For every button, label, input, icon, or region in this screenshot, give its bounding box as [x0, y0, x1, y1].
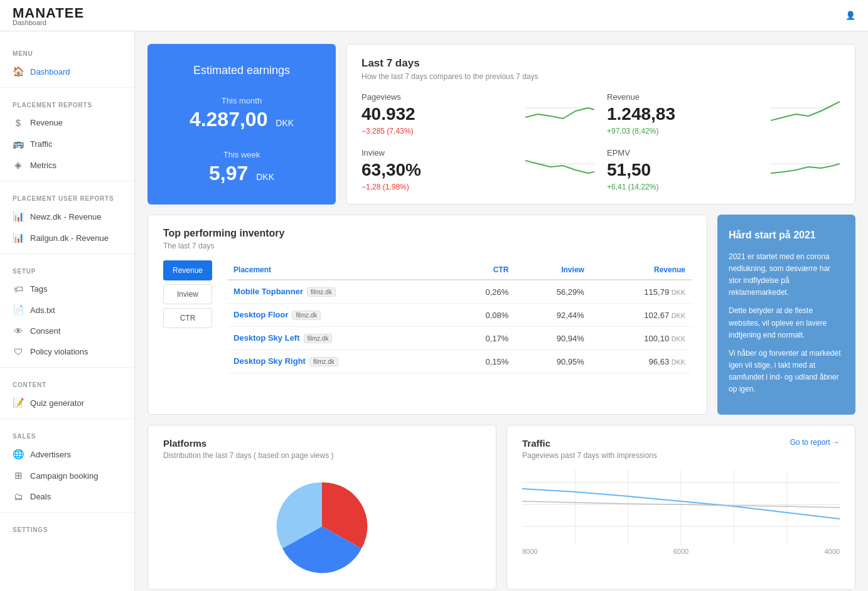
placement-link-0[interactable]: Mobile Topbanner — [233, 287, 303, 296]
traffic-report-link[interactable]: Go to report → — [790, 438, 840, 447]
grid-icon: ⊞ — [13, 470, 24, 481]
divider — [0, 253, 134, 254]
sidebar-item-label: Dashboard — [30, 67, 70, 77]
traffic-y-labels: 8000 6000 4000 — [522, 548, 840, 555]
sidebar-item-consent[interactable]: 👁 Consent — [0, 321, 134, 341]
placement-tag-3: filmz.dk — [309, 357, 338, 366]
filter-tab-inview[interactable]: Inview — [163, 284, 212, 304]
sidebar: MENU 🏠 Dashboard PLACEMENT REPORTS $ Rev… — [0, 31, 135, 591]
traffic-title-block: Traffic Pageviews past 7 days with impre… — [522, 438, 657, 470]
cell-revenue-0: 115,79 DKK — [591, 280, 692, 304]
filter-tab-revenue[interactable]: Revenue — [163, 260, 212, 280]
tag-icon: 🏷 — [13, 284, 24, 294]
traffic-icon: 🚌 — [13, 138, 24, 149]
bottom-row: Platforms Distribution the last 7 days (… — [147, 425, 855, 590]
cell-ctr-3: 0,15% — [447, 350, 515, 373]
metric-left-1: Revenue 1.248,83 +97,03 (8,42%) — [607, 92, 675, 136]
sidebar-item-deals[interactable]: 🗂 Deals — [0, 486, 134, 507]
inventory-subtitle: The last 7 days — [163, 242, 692, 250]
cell-placement-3: Desktop Sky Rightfilmz.dk — [227, 350, 447, 373]
table-row-2: Desktop Sky Leftfilmz.dk0,17%90,94%100,1… — [227, 327, 692, 350]
col-header-revenue: Revenue — [591, 260, 692, 280]
sidebar-item-metrics[interactable]: ◈ Metrics — [0, 154, 134, 176]
file-icon: 📄 — [13, 304, 24, 316]
user-icon[interactable]: 👤 — [845, 11, 855, 20]
sidebar-item-label: Ads.txt — [30, 306, 55, 315]
shield-icon: 🛡 — [13, 346, 24, 357]
inventory-row: Top performing inventory The last 7 days… — [147, 215, 855, 415]
metric-left-2: Inview 63,30% −1,28 (1,98%) — [362, 148, 421, 191]
globe-icon: 🌐 — [13, 449, 24, 460]
placement-link-2[interactable]: Desktop Sky Left — [233, 333, 299, 343]
last7-subtitle: How the last 7 days compares to the prev… — [362, 72, 840, 81]
placement-tag-0: filmz.dk — [307, 287, 336, 297]
metric-item-epmv: EPMV 51,50 +6,41 (14,22%) — [607, 148, 840, 191]
sidebar-item-label: Revenue — [30, 118, 63, 127]
sidebar-item-tags[interactable]: 🏷 Tags — [0, 279, 134, 299]
metrics-grid: Pageviews 40.932 −3.285 (7,43%) Revenue … — [362, 92, 840, 191]
cell-placement-0: Mobile Topbannerfilmz.dk — [227, 280, 447, 304]
placement-link-1[interactable]: Desktop Floor — [233, 310, 288, 319]
cell-ctr-2: 0,17% — [447, 327, 515, 350]
sidebar-item-label: Newz.dk - Revenue — [30, 212, 101, 221]
hardstart-p3: Vi håber og forventer at markedet igen v… — [729, 348, 844, 396]
table-row-0: Mobile Topbannerfilmz.dk0,26%56,29%115,7… — [227, 280, 692, 304]
metric-item-revenue: Revenue 1.248,83 +97,03 (8,42%) — [607, 92, 840, 136]
cell-inview-3: 90,95% — [515, 350, 591, 373]
sidebar-item-dashboard[interactable]: 🏠 Dashboard — [0, 61, 134, 82]
inventory-filters: RevenueInviewCTR — [163, 260, 217, 373]
earnings-week-label: This week — [209, 150, 274, 159]
filter-tab-ctr[interactable]: CTR — [163, 308, 212, 328]
sidebar-item-revenue[interactable]: $ Revenue — [0, 112, 134, 133]
sparkline-0 — [525, 92, 594, 124]
divider — [0, 87, 134, 88]
sidebar-item-policy[interactable]: 🛡 Policy violations — [0, 341, 134, 362]
earnings-card: Estimated earnings This month 4.287,00 D… — [147, 44, 336, 205]
metric-name-1: Revenue — [607, 92, 675, 102]
metric-name-0: Pageviews — [362, 92, 415, 102]
inventory-table: PlacementCTRInviewRevenueMobile Topbanne… — [227, 260, 692, 373]
cell-inview-0: 56,29% — [515, 280, 591, 304]
sidebar-item-newz-revenue[interactable]: 📊 Newz.dk - Revenue — [0, 206, 134, 227]
platforms-subtitle: Distribution the last 7 days ( based on … — [163, 451, 481, 460]
metric-value-2: 63,30% — [362, 160, 421, 180]
logo-text: MANATEE — [13, 5, 84, 21]
divider — [0, 367, 134, 368]
sidebar-item-campaign[interactable]: ⊞ Campaign booking — [0, 465, 134, 486]
sidebar-item-label: Campaign booking — [30, 471, 98, 481]
metrics-icon: ◈ — [13, 159, 24, 171]
placement-user-label: PLACEMENT USER REPORTS — [0, 186, 134, 206]
layout: MENU 🏠 Dashboard PLACEMENT REPORTS $ Rev… — [0, 31, 868, 591]
sidebar-item-quiz[interactable]: 📝 Quiz generator — [0, 392, 134, 413]
cell-inview-1: 92,44% — [515, 304, 591, 327]
top-row: Estimated earnings This month 4.287,00 D… — [147, 44, 855, 205]
sidebar-item-advertisers[interactable]: 🌐 Advertisers — [0, 444, 134, 465]
sparkline-1 — [771, 92, 840, 124]
sidebar-item-railgun-revenue[interactable]: 📊 Railgun.dk - Revenue — [0, 227, 134, 248]
platforms-title: Platforms — [163, 438, 481, 449]
metric-change-3: +6,41 (14,22%) — [607, 183, 658, 191]
earnings-month-block: This month 4.287,00 DKK — [190, 96, 294, 131]
cell-placement-2: Desktop Sky Leftfilmz.dk — [227, 327, 447, 350]
sidebar-item-label: Advertisers — [30, 450, 71, 459]
divider — [0, 512, 134, 513]
sidebar-item-label: Metrics — [30, 161, 56, 170]
sidebar-item-adstxt[interactable]: 📄 Ads.txt — [0, 299, 134, 321]
settings-label: SETTINGS — [0, 518, 134, 537]
metric-change-0: −3.285 (7,43%) — [362, 127, 415, 136]
inventory-table-wrap: PlacementCTRInviewRevenueMobile Topbanne… — [227, 260, 692, 373]
metric-name-3: EPMV — [607, 148, 658, 157]
quiz-icon: 📝 — [13, 397, 24, 408]
hardstart-p2: Dette betyder at de fleste websites, vil… — [729, 305, 844, 341]
chart-icon-2: 📊 — [13, 232, 24, 243]
sidebar-item-label: Railgun.dk - Revenue — [30, 233, 109, 243]
sidebar-item-traffic[interactable]: 🚌 Traffic — [0, 133, 134, 154]
inventory-card: Top performing inventory The last 7 days… — [147, 215, 707, 415]
traffic-chart — [522, 470, 840, 545]
sidebar-item-label: Quiz generator — [30, 398, 84, 408]
sidebar-item-label: Tags — [30, 284, 47, 294]
placement-link-3[interactable]: Desktop Sky Right — [233, 356, 306, 366]
deals-icon: 🗂 — [13, 491, 24, 502]
divider — [0, 418, 134, 419]
traffic-title: Traffic — [522, 438, 657, 449]
